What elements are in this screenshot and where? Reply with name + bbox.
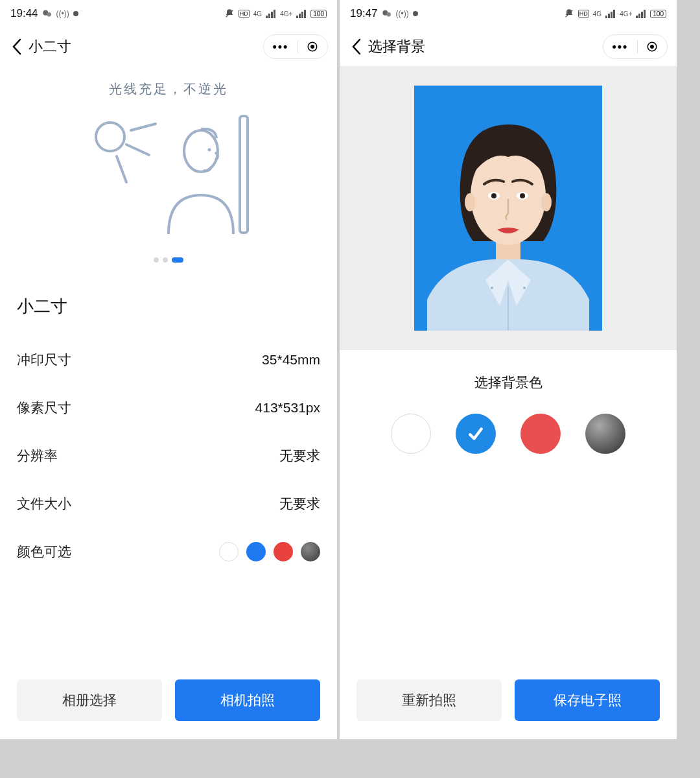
- status-bar: 19:44 ((•)) HD 4G 4G+ 100: [0, 0, 337, 27]
- signal-icon: [266, 9, 276, 18]
- color-chip-blue: [246, 542, 266, 561]
- bg-swatch-list: [340, 414, 677, 454]
- color-chip-list: [219, 542, 320, 561]
- check-icon: [456, 414, 496, 454]
- svg-rect-7: [296, 16, 298, 18]
- bg-swatch-red[interactable]: [520, 414, 561, 454]
- svg-point-12: [310, 45, 314, 49]
- spec-row-pixel: 像素尺寸 413*531px: [17, 384, 320, 432]
- carousel-pager[interactable]: [0, 257, 337, 263]
- close-miniprogram-button[interactable]: [307, 41, 318, 53]
- wechat-icon: [382, 8, 392, 19]
- spec-value: 413*531px: [255, 400, 320, 416]
- svg-rect-10: [304, 10, 306, 18]
- network-4g-plus-icon: 4G+: [620, 10, 632, 18]
- spec-list: 冲印尺寸 35*45mm 像素尺寸 413*531px 分辨率 无要求 文件大小…: [0, 336, 337, 576]
- spec-label: 分辨率: [17, 447, 58, 465]
- svg-rect-23: [605, 16, 607, 18]
- svg-point-39: [465, 193, 475, 211]
- spec-label: 像素尺寸: [17, 399, 71, 417]
- color-chip-white: [219, 542, 239, 561]
- page-title: 小二寸: [29, 37, 71, 56]
- svg-point-19: [208, 148, 211, 152]
- svg-point-36: [491, 193, 496, 198]
- spec-row-print: 冲印尺寸 35*45mm: [17, 336, 320, 384]
- svg-rect-3: [266, 16, 268, 18]
- save-photo-button[interactable]: 保存电子照: [515, 679, 660, 721]
- signal-icon: [605, 9, 616, 18]
- bg-swatch-gradient[interactable]: [585, 414, 625, 454]
- svg-rect-17: [240, 116, 248, 233]
- svg-rect-25: [611, 12, 612, 18]
- svg-point-42: [523, 287, 526, 289]
- status-time: 19:47: [350, 7, 378, 20]
- svg-rect-30: [644, 10, 646, 18]
- svg-rect-26: [613, 10, 615, 18]
- hint-text: 光线充足，不逆光: [0, 80, 337, 98]
- spec-value: 无要求: [279, 495, 320, 513]
- notification-dot-icon: [73, 11, 78, 16]
- hotspot-icon: ((•)): [396, 9, 409, 18]
- network-4g-icon: 4G: [253, 10, 262, 18]
- mute-icon: [564, 8, 574, 19]
- bottom-bar: 重新拍照 保存电子照: [340, 679, 677, 721]
- page-title: 选择背景: [368, 37, 425, 56]
- battery-icon: 100: [310, 10, 327, 18]
- color-chip-gradient: [301, 542, 320, 561]
- nav-bar: 小二寸 •••: [0, 27, 337, 66]
- photo-preview-area: [340, 66, 677, 350]
- back-button[interactable]: [12, 38, 22, 55]
- camera-shoot-button[interactable]: 相机拍照: [175, 679, 320, 721]
- pager-dot[interactable]: [163, 257, 168, 263]
- bottom-bar: 相册选择 相机拍照: [0, 679, 337, 721]
- svg-point-38: [520, 193, 525, 198]
- svg-rect-29: [641, 12, 643, 18]
- id-photo-preview[interactable]: [414, 86, 602, 331]
- retake-button[interactable]: 重新拍照: [356, 679, 502, 721]
- svg-point-1: [47, 12, 51, 17]
- bg-swatch-white[interactable]: [391, 414, 431, 454]
- portrait-illustration: [414, 86, 602, 331]
- pager-dot[interactable]: [154, 257, 159, 263]
- svg-point-21: [386, 12, 391, 17]
- hd-icon: HD: [239, 10, 250, 18]
- svg-rect-9: [301, 12, 303, 18]
- hd-icon: HD: [578, 10, 589, 18]
- guide-illustration[interactable]: [0, 98, 337, 253]
- signal-2-icon: [296, 9, 307, 18]
- back-button[interactable]: [351, 38, 362, 55]
- close-miniprogram-button[interactable]: [646, 41, 658, 53]
- spec-row-colors: 颜色可选: [17, 528, 320, 576]
- miniprogram-capsule: •••: [603, 34, 668, 59]
- svg-rect-28: [638, 14, 640, 18]
- more-button[interactable]: •••: [273, 40, 289, 54]
- svg-rect-5: [271, 12, 273, 18]
- nav-bar: 选择背景 •••: [340, 27, 677, 66]
- pager-dot-active[interactable]: [172, 257, 183, 263]
- svg-rect-4: [268, 14, 270, 18]
- spec-row-filesize: 文件大小 无要求: [17, 480, 320, 528]
- svg-point-13: [96, 123, 124, 151]
- notification-dot-icon: [413, 11, 418, 16]
- signal-2-icon: [636, 9, 646, 18]
- svg-rect-27: [636, 16, 638, 18]
- svg-point-41: [491, 287, 493, 289]
- hotspot-icon: ((•)): [56, 9, 69, 18]
- more-button[interactable]: •••: [612, 40, 629, 54]
- section-title: 小二寸: [0, 295, 337, 318]
- svg-rect-24: [608, 14, 610, 18]
- bg-swatch-blue[interactable]: [456, 414, 496, 454]
- mute-icon: [224, 8, 235, 19]
- svg-point-32: [650, 45, 654, 49]
- spec-label: 颜色可选: [17, 543, 71, 561]
- network-4g-icon: 4G: [593, 10, 601, 18]
- screen-size-spec: 19:44 ((•)) HD 4G 4G+ 100 小二寸 ••• 光: [0, 0, 337, 739]
- album-select-button[interactable]: 相册选择: [17, 679, 162, 721]
- miniprogram-capsule: •••: [263, 34, 328, 59]
- svg-line-14: [131, 124, 156, 130]
- color-chip-red: [274, 542, 293, 561]
- spec-label: 冲印尺寸: [17, 351, 71, 369]
- bg-section-title: 选择背景色: [340, 373, 677, 392]
- spec-value: 无要求: [279, 447, 320, 465]
- network-4g-plus-icon: 4G+: [280, 10, 292, 18]
